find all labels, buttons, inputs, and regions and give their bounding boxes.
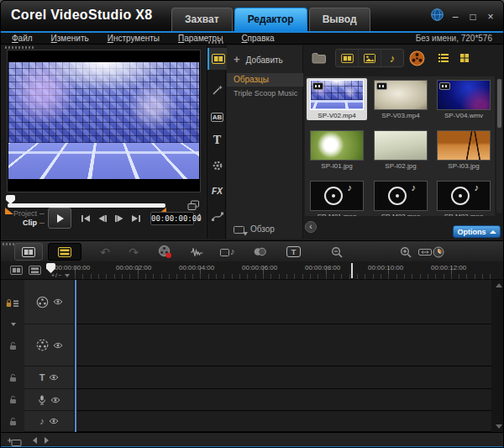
options-button[interactable]: Options [453, 225, 501, 238]
lock-all-tracks-icon[interactable] [6, 297, 19, 312]
title-track[interactable] [75, 366, 491, 389]
track-header-video[interactable] [24, 280, 74, 324]
music-track[interactable] [75, 411, 491, 432]
ruler-minor-ticks [75, 274, 491, 279]
graphics-icon[interactable] [207, 155, 227, 177]
scrollbar-thumb[interactable] [497, 79, 501, 128]
folder-triple-scoop[interactable]: Triple Scoop Music [227, 87, 303, 100]
library-item[interactable]: SP-V03.mp4 [370, 78, 431, 120]
track-header-voice[interactable] [24, 389, 74, 411]
filters-icon[interactable]: FX [207, 180, 227, 202]
subtitle-editor-icon[interactable]: T [283, 243, 303, 261]
add-folder-button[interactable]: +Добавить [234, 53, 283, 66]
browse-label[interactable]: Обзор [250, 224, 275, 234]
filter-video-icon[interactable] [336, 50, 359, 66]
library-item[interactable]: SP-I03.jpg [433, 129, 494, 171]
overlay-track[interactable] [75, 324, 491, 366]
library-item[interactable]: SP-V02.mp4 [307, 78, 367, 120]
next-frame-button[interactable] [112, 212, 127, 225]
rail-drag-handle[interactable] [208, 41, 225, 44]
tracks-scroll-up-icon[interactable] [496, 283, 502, 287]
sound-mixer-icon[interactable] [187, 243, 206, 261]
show-all-tracks-icon[interactable] [8, 263, 24, 277]
auto-music-icon[interactable]: ♪ [218, 243, 238, 261]
track-lock-icon[interactable] [9, 371, 17, 386]
close-button[interactable]: × [485, 11, 496, 23]
tab-capture[interactable]: Захват [171, 8, 233, 31]
project-status: Без имени, 720*576 [416, 34, 492, 43]
project-mode-label[interactable]: Project [6, 209, 45, 218]
ruler-label: 00:00:06:00 [242, 264, 277, 271]
menu-edit[interactable]: Изменить [51, 34, 89, 43]
project-end-marker[interactable] [351, 263, 353, 278]
clip-mode-label[interactable]: Clip [6, 219, 45, 227]
library-item[interactable]: SP-I02.jpg [370, 129, 431, 171]
track-header-title[interactable]: T [24, 366, 74, 389]
undo-button[interactable]: ↶ [97, 243, 113, 261]
track-effects-icon[interactable] [249, 243, 270, 261]
record-capture-icon[interactable] [155, 243, 174, 261]
zoom-in-icon[interactable] [397, 243, 414, 261]
timeline-playhead-line[interactable] [75, 280, 76, 432]
storyboard-view-button[interactable] [14, 243, 43, 261]
track-lock-icon[interactable] [9, 393, 17, 408]
scroll-timeline-left-icon[interactable] [33, 437, 37, 444]
filter-photo-icon[interactable] [359, 50, 381, 66]
filter-audio-icon[interactable]: ♪ [381, 50, 403, 66]
library-item[interactable]: SP-I01.jpg [307, 129, 367, 171]
track-header-music[interactable]: ♪ [24, 411, 74, 432]
grid-view-icon[interactable] [455, 50, 474, 66]
track-lock-column [1, 280, 24, 432]
library-item[interactable]: ♪ SP-M03.mpa [433, 179, 494, 216]
duration-clock-icon[interactable] [430, 243, 447, 261]
tab-editor[interactable]: Редактор [234, 8, 307, 31]
browse-icon[interactable] [234, 224, 248, 240]
play-button[interactable] [48, 208, 71, 229]
menu-help[interactable]: Справка [241, 34, 274, 43]
folder-up-icon[interactable] [310, 50, 328, 66]
library-item[interactable]: ♪ SP-M01.mpa [307, 179, 367, 216]
transitions-icon[interactable]: AB [207, 106, 227, 128]
timeline-view-button[interactable] [48, 243, 81, 261]
motion-path-icon[interactable] [207, 205, 227, 227]
tracks-scroll-down-icon[interactable] [496, 424, 502, 429]
video-track[interactable] [75, 280, 491, 324]
library-scrollbar[interactable] [496, 78, 502, 213]
ruler-label: 00:00:02:00 [116, 264, 151, 271]
library-item[interactable]: ♪ SP-M02.mpa [370, 179, 431, 216]
ruler-label: 00:00:12:00 [431, 264, 466, 271]
library-item[interactable]: SP-V04.wmv [433, 78, 494, 120]
spinner-down-icon[interactable]: ▼ [196, 217, 203, 222]
collapse-tracks-icon[interactable] [11, 314, 16, 329]
track-lock-icon[interactable] [9, 414, 17, 430]
zoom-out-icon[interactable] [328, 243, 345, 261]
track-add-remove-menu[interactable]: +/− [51, 272, 70, 278]
media-reel-icon[interactable] [408, 50, 425, 66]
menu-tools[interactable]: Инструменты [108, 34, 160, 43]
media-library-icon[interactable] [207, 48, 227, 70]
timecode-spinner[interactable]: ▲ ▼ [196, 212, 203, 225]
menu-file[interactable]: Файл [12, 34, 33, 43]
go-start-button[interactable] [78, 212, 93, 225]
instant-project-icon[interactable] [207, 79, 227, 101]
redo-button[interactable]: ↷ [125, 243, 142, 261]
minimize-button[interactable]: – [449, 11, 461, 23]
maximize-button[interactable]: □ [467, 11, 479, 23]
titles-icon[interactable]: T [207, 129, 227, 151]
voice-track[interactable] [75, 389, 491, 411]
scrubber-track[interactable] [8, 203, 165, 208]
globe-icon[interactable] [431, 8, 444, 24]
scroll-timeline-right-icon[interactable] [45, 437, 49, 444]
scroll-left-button[interactable]: ‹ [305, 221, 317, 233]
library-grid: SP-V02.mp4 SP-V03.mp4 SP-V04.wmv SP-I01.… [305, 76, 495, 216]
tab-output[interactable]: Вывод [309, 8, 370, 31]
track-height-icon[interactable] [26, 263, 43, 277]
panel-drag-handle[interactable] [5, 46, 34, 49]
prev-frame-button[interactable] [95, 212, 110, 225]
folder-samples[interactable]: Образцы [227, 73, 303, 87]
timeline-ruler[interactable]: 00:00:00:00 00:00:02:00 00:00:04:00 00:0… [1, 261, 503, 280]
go-end-button[interactable] [129, 212, 144, 225]
track-lock-icon[interactable] [9, 339, 17, 354]
list-view-icon[interactable] [434, 50, 453, 66]
track-header-overlay[interactable] [24, 324, 74, 366]
